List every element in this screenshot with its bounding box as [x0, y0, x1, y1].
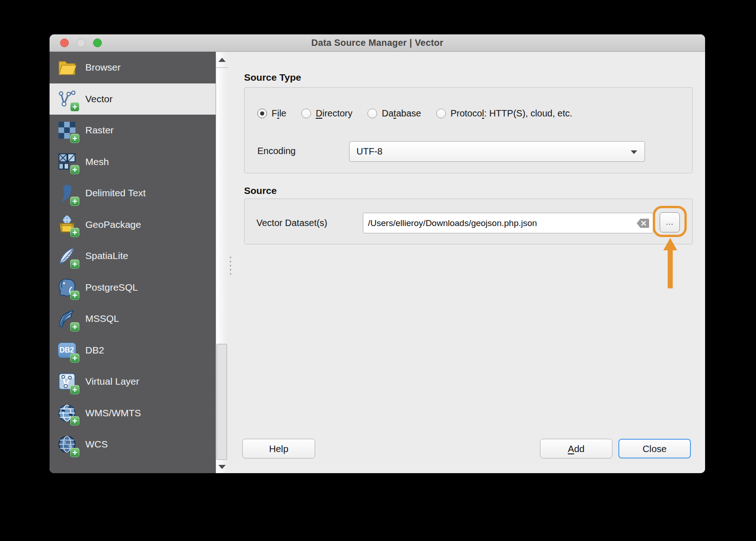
radio-button-icon[interactable] [436, 109, 446, 118]
wms-globe-icon [56, 402, 78, 424]
sidebar-item-vector[interactable]: Vector [50, 83, 216, 115]
source-type-heading: Source Type [244, 72, 301, 83]
sidebar-item-browser[interactable]: Browser [50, 52, 216, 83]
wcs-globe-icon [56, 434, 78, 455]
encoding-dropdown[interactable]: UTF-8 [349, 141, 645, 162]
sidebar-item-postgresql[interactable]: PostgreSQL [50, 272, 216, 304]
browse-files-button[interactable]: ... [660, 212, 680, 232]
traffic-lights [60, 34, 102, 51]
sidebar-item-label: WMS/WMTS [85, 408, 141, 419]
clear-text-icon[interactable] [636, 219, 649, 228]
vector-page: Source Type File Directory Database [228, 52, 705, 473]
close-button[interactable]: Close [618, 439, 691, 458]
sidebar-item-label: Delimited Text [85, 188, 146, 199]
titlebar: Data Source Manager | Vector [50, 34, 705, 52]
highlight-arrow-annotation [660, 238, 680, 288]
radio-label: Protocol: HTTP(S), cloud, etc. [450, 108, 573, 119]
plus-badge-icon [70, 102, 79, 111]
vector-dataset-input[interactable] [368, 218, 636, 228]
radio-file[interactable]: File [257, 108, 286, 119]
sidebar-item-delimited-text[interactable]: Delimited Text [50, 177, 216, 209]
source-type-groupbox: File Directory Database Protocol: HTTP(S… [244, 87, 693, 173]
plus-badge-icon [70, 322, 79, 331]
scroll-down-button[interactable] [216, 462, 228, 472]
sidebar-item-label: Mesh [85, 156, 109, 167]
sidebar-item-spatialite[interactable]: SpatiaLite [50, 240, 216, 272]
sidebar-item-mesh[interactable]: Mesh [50, 146, 216, 178]
sidebar-item-geopackage[interactable]: GeoPackage [50, 209, 216, 241]
source-category-sidebar: Browser Vector [50, 52, 216, 473]
sidebar-item-label: Vector [85, 94, 113, 105]
vector-icon [56, 88, 78, 110]
plus-badge-icon [70, 165, 79, 174]
plus-badge-icon [70, 134, 79, 143]
scroll-up-button[interactable] [216, 52, 228, 68]
triangle-up-icon [218, 58, 226, 62]
plus-badge-icon [70, 385, 79, 394]
plus-badge-icon [70, 291, 79, 300]
encoding-label: Encoding [257, 146, 295, 156]
sidebar-item-wcs[interactable]: WCS [50, 429, 216, 460]
sidebar-item-virtual-layer[interactable]: Virtual Layer [50, 366, 216, 397]
scrollbar-thumb[interactable] [217, 344, 227, 460]
sidebar-item-label: Browser [85, 62, 121, 73]
sidebar-item-label: SpatiaLite [85, 250, 128, 261]
source-groupbox: Vector Dataset(s) ... [244, 199, 693, 244]
zoom-window-button[interactable] [93, 39, 102, 47]
window-title: Data Source Manager | Vector [311, 38, 444, 48]
data-source-manager-window: Data Source Manager | Vector Browser [50, 34, 705, 473]
plus-badge-icon [70, 353, 79, 363]
chevron-down-icon [631, 150, 637, 154]
sidebar-item-label: WCS [85, 439, 108, 450]
plus-badge-icon [70, 448, 79, 457]
sidebar-item-label: PostgreSQL [85, 282, 138, 293]
help-button[interactable]: Help [242, 439, 315, 458]
splitter-handle[interactable] [230, 257, 231, 275]
db2-icon: DB2 [56, 339, 78, 361]
feather-icon [56, 245, 78, 267]
vector-dataset-input-wrapper [363, 213, 653, 233]
sidebar-scrollbar[interactable] [216, 52, 228, 473]
close-window-button[interactable] [60, 39, 69, 47]
radio-label: Directory [316, 108, 352, 119]
virtual-layer-icon [56, 371, 78, 392]
encoding-value: UTF-8 [356, 146, 383, 157]
radio-protocol[interactable]: Protocol: HTTP(S), cloud, etc. [436, 108, 573, 119]
radio-button-icon[interactable] [257, 109, 267, 118]
vector-dataset-label: Vector Dataset(s) [256, 218, 328, 228]
sidebar-item-wms-wmts[interactable]: WMS/WMTS [50, 397, 216, 429]
folder-icon [56, 57, 78, 78]
plus-badge-icon [70, 416, 79, 425]
radio-directory[interactable]: Directory [301, 108, 352, 119]
sidebar-item-label: DB2 [85, 345, 104, 356]
mesh-icon [56, 151, 78, 172]
add-button[interactable]: Add [540, 439, 612, 458]
sidebar-item-label: MSSQL [85, 313, 119, 324]
plus-badge-icon [70, 197, 79, 206]
source-heading: Source [244, 185, 277, 196]
sidebar-item-raster[interactable]: Raster [50, 115, 216, 146]
comma-icon [56, 182, 78, 204]
sidebar-item-db2[interactable]: DB2 DB2 [50, 335, 216, 366]
triangle-down-icon [218, 465, 226, 469]
minimize-window-button[interactable] [77, 39, 85, 47]
sidebar-item-mssql[interactable]: MSSQL [50, 303, 216, 335]
radio-button-icon[interactable] [301, 109, 311, 118]
geopackage-icon [56, 214, 78, 235]
plus-badge-icon [70, 259, 79, 269]
mssql-sail-icon [56, 308, 78, 330]
sidebar-item-label: Raster [85, 125, 114, 136]
raster-icon [56, 120, 78, 141]
plus-badge-icon [70, 228, 79, 237]
source-type-radio-group: File Directory Database Protocol: HTTP(S… [257, 108, 573, 119]
radio-button-icon[interactable] [367, 109, 377, 118]
sidebar-item-label: GeoPackage [85, 219, 141, 230]
sidebar-item-label: Virtual Layer [85, 376, 139, 387]
radio-label: File [272, 108, 286, 119]
radio-database[interactable]: Database [367, 108, 421, 119]
radio-label: Database [382, 108, 421, 119]
postgresql-elephant-icon [56, 276, 78, 298]
